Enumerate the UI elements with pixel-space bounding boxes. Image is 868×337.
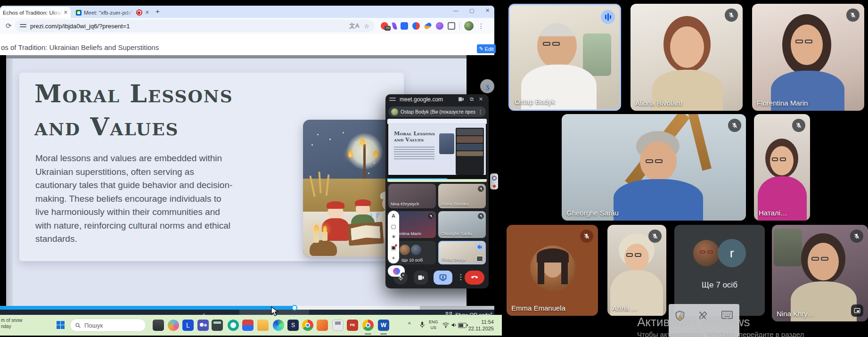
close-button[interactable]: ✕ — [485, 8, 490, 14]
edit-button[interactable]: ✎ Edit — [477, 44, 496, 53]
word-icon[interactable]: W — [378, 320, 389, 331]
video-tile-overflow[interactable]: r Ще 7 осіб — [674, 225, 765, 316]
reader-tool-icon[interactable]: ▢ — [391, 224, 396, 229]
url-text[interactable]: prezi.com/p/ibjda0wi_jq6/?present=1 — [30, 23, 344, 30]
hangup-button[interactable] — [465, 271, 484, 285]
progress-handle[interactable] — [292, 305, 297, 311]
ai-close-badge[interactable]: ✕ — [401, 272, 406, 278]
minimize-button[interactable]: — — [453, 8, 459, 13]
extensions-puzzle-icon[interactable] — [448, 22, 455, 30]
redblue-app-icon[interactable] — [242, 320, 254, 331]
weather-widget[interactable]: m of snow nday — [1, 317, 23, 329]
video-tile-emma[interactable]: Emma Emanuela — [507, 225, 598, 316]
floating-widget[interactable] — [490, 173, 498, 189]
language-indicator[interactable]: ENG US — [429, 319, 438, 330]
video-tile-florentina[interactable]: Florentina Marin — [752, 4, 864, 111]
chrome-active-icon[interactable] — [362, 320, 374, 331]
pip-site-icon — [389, 97, 396, 102]
new-tab-button[interactable]: + — [156, 7, 160, 15]
translate-extension-icon[interactable] — [401, 22, 408, 30]
presenting-banner[interactable]: Ostap Bodyk (Ви (показуєте презе… ⋮ — [388, 107, 486, 117]
purple-extension-icon[interactable] — [436, 22, 443, 30]
pip-close-icon[interactable]: ✕ — [479, 96, 483, 102]
candle-decor — [322, 231, 328, 241]
site-settings-icon[interactable] — [20, 24, 26, 28]
reload-icon[interactable]: ⟳ — [6, 22, 12, 30]
present-tool-icon[interactable]: ▣ — [391, 245, 396, 250]
start-button[interactable] — [57, 321, 65, 329]
pip-tile[interactable]: Nina Khrystych — [388, 184, 436, 208]
link-extension-icon[interactable] — [424, 22, 433, 30]
banner-menu-icon[interactable]: ⋮ — [478, 109, 483, 115]
translate-icon[interactable]: 文A — [349, 22, 360, 30]
taskbar-search[interactable]: Пошук — [70, 319, 146, 332]
translate-tool-icon[interactable]: A — [392, 214, 395, 219]
overflow-avatar — [400, 245, 410, 255]
ai-assistant-pill[interactable]: ✕ — [388, 265, 405, 277]
edge-icon[interactable] — [273, 320, 284, 331]
participant-glasses — [543, 42, 560, 46]
profile-avatar[interactable] — [464, 21, 474, 31]
pe-app-icon[interactable]: PE — [347, 320, 358, 331]
ai-brain-icon — [393, 268, 400, 275]
tile-pip-button[interactable] — [851, 304, 863, 317]
maximize-button[interactable]: ▢ — [469, 8, 474, 14]
shared-screen-preview[interactable]: Moral Lessons and Values — [387, 119, 487, 182]
bookmark-star-icon[interactable]: ☆ — [364, 23, 369, 30]
overflow-count-label: Ще 7 осіб — [674, 280, 765, 290]
copilot-icon[interactable] — [168, 320, 179, 331]
pip-tile[interactable]: Aliona Bivolaru — [438, 184, 486, 208]
shield-app-icon[interactable]: S — [287, 320, 299, 331]
presentation-progress-bar[interactable] — [0, 306, 494, 310]
redblue-extension-icon[interactable] — [412, 22, 420, 30]
calculator-icon[interactable] — [212, 320, 223, 331]
browser-menu-icon[interactable]: ⋮ — [478, 22, 484, 30]
address-bar[interactable]: prezi.com/p/ibjda0wi_jq6/?present=1 文A ☆ — [15, 20, 374, 32]
speaker-icon[interactable] — [451, 322, 457, 328]
chrome-icon[interactable] — [302, 320, 313, 331]
video-tile-alla[interactable]: Алла … — [607, 225, 666, 316]
bookmark-tool-icon[interactable]: + — [392, 255, 395, 261]
teams-icon[interactable] — [197, 320, 209, 331]
search-placeholder: Пошук — [84, 322, 103, 329]
pip-title-bar[interactable]: meet.google.com ⧉ ✕ — [385, 94, 489, 105]
tray-mic-icon[interactable] — [419, 321, 425, 329]
orange-app-icon[interactable] — [317, 320, 328, 331]
tab-meet[interactable]: Meet: "xfb-zuer-pdv" ✕ — [73, 7, 152, 18]
tab-close-icon[interactable]: ✕ — [64, 9, 68, 16]
back-to-tab-icon[interactable] — [458, 97, 464, 102]
meet-pip-window[interactable]: meet.google.com ⧉ ✕ Ostap Bodyk (Ви (пок… — [385, 94, 489, 288]
mouse-cursor — [270, 306, 278, 317]
wifi-icon[interactable] — [442, 322, 450, 328]
pip-glyph-icon — [854, 308, 860, 313]
mic-off-icon — [792, 119, 805, 132]
video-tile-gheorghe[interactable]: Gheorghe Sarău — [562, 114, 746, 221]
pip-tile-self[interactable]: Ostap Bodyk — [438, 241, 486, 264]
tab-presentation[interactable]: Echos of Tradition: Ukrainian Be ✕ — [0, 7, 71, 18]
linkedin-icon[interactable]: L — [182, 320, 194, 331]
pip-expand-icon[interactable]: ⧉ — [470, 96, 474, 102]
video-tile-aliona[interactable]: Aliona Bivolaru — [631, 4, 743, 111]
pen-extension-icon[interactable] — [392, 22, 397, 30]
clock-app-icon[interactable] — [228, 320, 239, 331]
present-button[interactable] — [434, 271, 452, 285]
video-tile-natali[interactable]: Наталі… — [754, 114, 810, 221]
extension-badge: 70 — [385, 26, 391, 31]
file-explorer-icon[interactable] — [257, 320, 269, 331]
tab-close-icon[interactable]: ✕ — [145, 9, 149, 16]
effects-tool-icon[interactable]: ✳ — [391, 234, 395, 239]
video-tile-ostap[interactable]: Ostap Bodyk — [508, 4, 621, 111]
app-icon-dark[interactable] — [153, 320, 164, 331]
video-tile-nina[interactable]: Nina Khry… — [772, 225, 868, 321]
more-options-icon[interactable]: ⋮ — [457, 272, 465, 281]
save-app-icon[interactable] — [332, 320, 344, 331]
participant-face — [624, 244, 649, 271]
flame-decor — [360, 139, 365, 145]
camera-button[interactable] — [414, 271, 428, 285]
tray-chevron-icon[interactable]: ^ — [408, 321, 411, 328]
preview-slide-text — [394, 147, 434, 160]
pip-tile[interactable]: Gheorghe Sarău — [438, 211, 486, 238]
adblock-extension-icon[interactable]: 70 — [381, 22, 388, 30]
floating-helper-button[interactable]: ʒ — [480, 79, 494, 93]
taskbar-clock[interactable]: 11:54 22.11.2025 — [464, 319, 494, 332]
